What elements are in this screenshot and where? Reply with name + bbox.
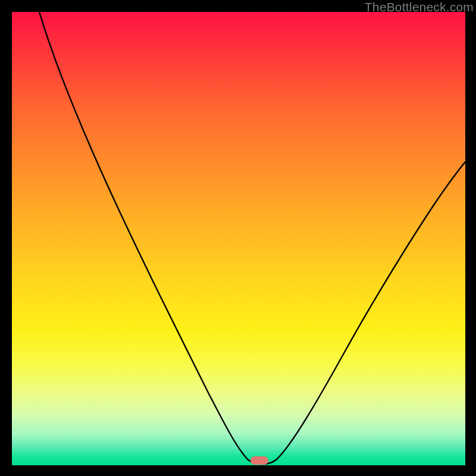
chart-stage: TheBottleneck.com (0, 0, 476, 476)
optimum-marker (250, 456, 268, 465)
curve-path (39, 12, 465, 464)
plot-area (12, 12, 465, 465)
bottleneck-curve (12, 12, 465, 465)
